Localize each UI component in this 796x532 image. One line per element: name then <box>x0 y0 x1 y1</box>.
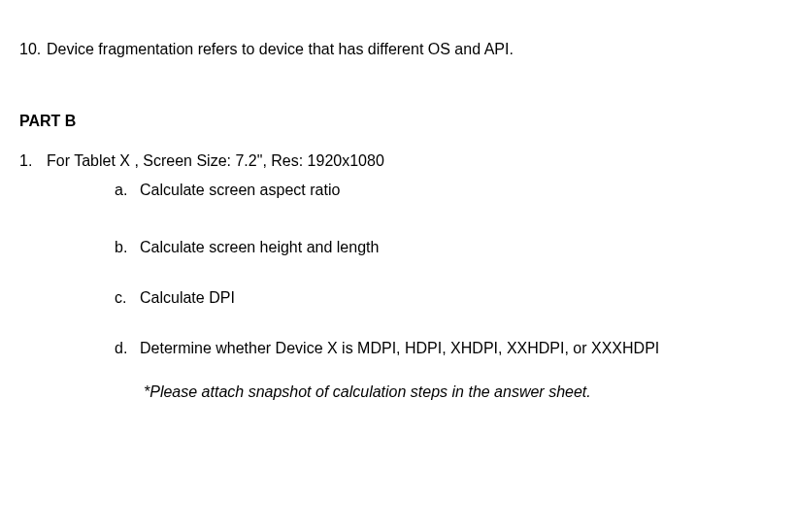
q1-intro-text: For Tablet X , Screen Size: 7.2", Res: 1… <box>47 152 384 169</box>
subitem-b-marker: b. <box>115 237 140 258</box>
question-10: 10.Device fragmentation refers to device… <box>19 39 777 60</box>
calculation-note: *Please attach snapshot of calculation s… <box>144 382 777 403</box>
q10-number: 10. <box>19 39 47 60</box>
subitem-a-marker: a. <box>115 180 140 201</box>
subitem-d: d.Determine whether Device X is MDPI, HD… <box>115 338 777 359</box>
subitem-d-marker: d. <box>115 338 140 359</box>
subitem-d-text: Determine whether Device X is MDPI, HDPI… <box>140 340 659 356</box>
subitem-c: c.Calculate DPI <box>115 287 777 309</box>
q10-text: Device fragmentation refers to device th… <box>47 41 514 57</box>
subitem-a: a.Calculate screen aspect ratio <box>115 180 777 201</box>
q1-number: 1. <box>19 150 47 172</box>
subitem-b-text: Calculate screen height and length <box>140 239 379 255</box>
part-b-heading: PART B <box>19 111 777 132</box>
subitem-b: b.Calculate screen height and length <box>115 237 777 258</box>
subitem-a-text: Calculate screen aspect ratio <box>140 182 340 198</box>
subitem-c-text: Calculate DPI <box>140 289 235 306</box>
question-1-intro: 1.For Tablet X , Screen Size: 7.2", Res:… <box>19 150 777 172</box>
subitem-c-marker: c. <box>115 287 140 309</box>
